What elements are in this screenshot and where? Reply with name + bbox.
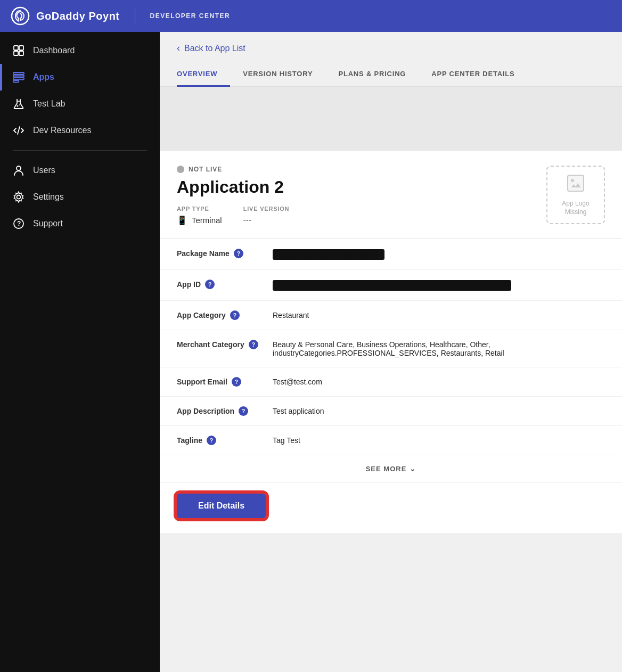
svg-rect-8	[13, 80, 19, 83]
detail-row-app-category: App Category ? Restaurant	[160, 301, 622, 330]
detail-row-app-description: App Description ? Test application	[160, 397, 622, 426]
edit-details-button[interactable]: Edit Details	[177, 494, 266, 518]
tagline-value: Tag Test	[273, 436, 605, 445]
app-category-label: App Category ?	[177, 310, 273, 320]
svg-rect-5	[13, 75, 24, 77]
app-logo-missing-label: App LogoMissing	[562, 200, 589, 216]
content-area: ‹ Back to App List Overview Version Hist…	[160, 32, 622, 672]
apps-icon	[13, 71, 24, 83]
svg-line-12	[18, 127, 20, 134]
app-category-value: Restaurant	[273, 310, 605, 319]
test-lab-icon	[13, 98, 24, 110]
app-id-help-icon[interactable]: ?	[205, 280, 215, 289]
support-email-value: Test@test.com	[273, 377, 605, 386]
app-description-help-icon[interactable]: ?	[239, 406, 248, 416]
tagline-help-icon[interactable]: ?	[207, 436, 216, 445]
godaddy-poynt-logo	[11, 6, 30, 26]
app-description-label: App Description ?	[177, 406, 273, 416]
sidebar-item-label: Users	[33, 166, 55, 175]
back-label: Back to App List	[184, 44, 245, 53]
sidebar-item-dev-resources[interactable]: Dev Resources	[0, 117, 160, 144]
sidebar-item-dashboard[interactable]: Dashboard	[0, 37, 160, 64]
app-type-value: 📱 Terminal	[177, 215, 222, 225]
app-header-card: NOT LIVE Application 2 APP TYPE 📱 Termin…	[160, 151, 622, 238]
app-id-label: App ID ?	[177, 280, 273, 289]
package-name-value: ████████████████████	[273, 249, 605, 260]
live-version-value: ---	[243, 215, 290, 224]
dashboard-icon	[13, 45, 24, 56]
tab-version-history[interactable]: Version History	[230, 62, 325, 87]
detail-row-merchant-category: Merchant Category ? Beauty & Personal Ca…	[160, 330, 622, 367]
svg-rect-6	[13, 72, 24, 75]
merchant-category-help-icon[interactable]: ?	[249, 340, 258, 349]
detail-row-tagline: Tagline ? Tag Test	[160, 426, 622, 455]
svg-point-0	[12, 7, 29, 24]
sidebar-item-label: Test Lab	[33, 99, 65, 109]
status-text: NOT LIVE	[189, 166, 222, 173]
app-category-help-icon[interactable]: ?	[230, 310, 240, 320]
sidebar-item-label: Support	[33, 219, 63, 228]
svg-rect-7	[13, 78, 24, 80]
back-to-app-list[interactable]: ‹ Back to App List	[160, 32, 622, 62]
dev-resources-icon	[13, 125, 24, 136]
svg-rect-1	[14, 46, 18, 50]
app-type-col: APP TYPE 📱 Terminal	[177, 206, 222, 225]
terminal-icon: 📱	[177, 215, 187, 225]
details-table: Package Name ? ████████████████████ App …	[160, 239, 622, 455]
sidebar-item-test-lab[interactable]: Test Lab	[0, 91, 160, 117]
sidebar: Dashboard Apps	[0, 32, 160, 672]
sidebar-item-users[interactable]: Users	[0, 157, 160, 184]
top-header: GoDaddy Poynt DEVELOPER CENTER	[0, 0, 622, 32]
status-dot	[177, 166, 184, 173]
svg-rect-2	[19, 46, 23, 50]
app-description-value: Test application	[273, 406, 605, 415]
sidebar-item-support[interactable]: ? Support	[0, 210, 160, 237]
package-name-help-icon[interactable]: ?	[234, 249, 243, 258]
back-chevron-icon: ‹	[177, 43, 180, 54]
app-type-text: Terminal	[192, 216, 222, 225]
svg-point-11	[19, 104, 20, 105]
tab-app-center-details[interactable]: App Center Details	[419, 62, 527, 87]
merchant-category-label: Merchant Category ?	[177, 340, 273, 349]
svg-point-14	[17, 195, 21, 199]
app-info: NOT LIVE Application 2 APP TYPE 📱 Termin…	[177, 166, 289, 225]
sidebar-item-settings[interactable]: Settings	[0, 184, 160, 210]
sidebar-item-label: Settings	[33, 192, 64, 202]
image-placeholder-icon	[566, 174, 585, 196]
app-type-label: APP TYPE	[177, 206, 222, 212]
live-version-col: LIVE VERSION ---	[243, 206, 290, 225]
dev-center-label: DEVELOPER CENTER	[150, 12, 231, 20]
settings-icon	[13, 191, 24, 203]
tabs-bar: Overview Version History Plans & Pricing…	[160, 62, 622, 87]
tab-plans-pricing[interactable]: Plans & Pricing	[325, 62, 419, 87]
app-logo-box: App LogoMissing	[546, 166, 605, 224]
users-icon	[13, 165, 24, 176]
live-version-label: LIVE VERSION	[243, 206, 290, 212]
app-name: Application 2	[177, 177, 289, 197]
package-name-label: Package Name ?	[177, 249, 273, 258]
hero-banner	[160, 87, 622, 151]
sidebar-item-label: Apps	[33, 72, 54, 82]
svg-point-18	[571, 179, 574, 182]
detail-row-package-name: Package Name ? ████████████████████	[160, 239, 622, 270]
sidebar-divider	[13, 150, 147, 151]
support-email-label: Support Email ?	[177, 377, 273, 387]
tagline-label: Tagline ?	[177, 436, 273, 445]
merchant-category-value: Beauty & Personal Care, Business Operati…	[273, 340, 605, 357]
svg-rect-4	[19, 51, 23, 55]
detail-row-support-email: Support Email ? Test@test.com	[160, 367, 622, 397]
svg-point-13	[17, 166, 21, 170]
chevron-down-icon: ⌄	[410, 465, 416, 473]
logo-text: GoDaddy Poynt	[36, 10, 120, 22]
support-email-help-icon[interactable]: ?	[232, 377, 241, 387]
tab-overview[interactable]: Overview	[177, 62, 230, 87]
edit-button-row: Edit Details	[160, 482, 622, 533]
see-more-text: SEE MORE ⌄	[177, 465, 605, 473]
see-more-row[interactable]: SEE MORE ⌄	[160, 455, 622, 482]
sidebar-item-apps[interactable]: Apps	[0, 64, 160, 91]
svg-text:?: ?	[17, 220, 21, 227]
header-divider	[135, 8, 135, 24]
detail-row-app-id: App ID ? ███████████████████████████████…	[160, 270, 622, 301]
svg-rect-3	[14, 51, 18, 55]
svg-rect-17	[568, 175, 584, 191]
